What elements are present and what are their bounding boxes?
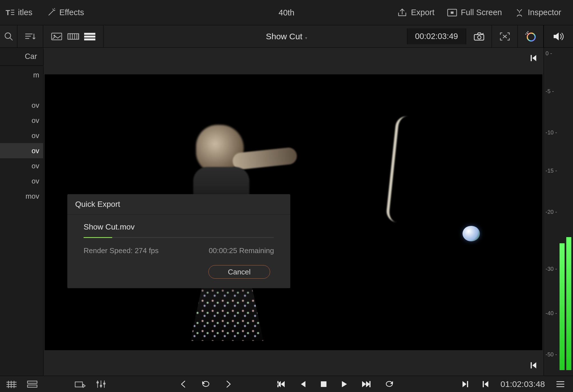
cancel-button[interactable]: Cancel xyxy=(208,265,270,279)
timecode-group: 00:02:03:49 xyxy=(407,25,544,48)
dropdown-icon: ▾ xyxy=(305,36,307,40)
svg-point-15 xyxy=(96,381,99,384)
view-mode-group xyxy=(43,25,103,48)
svg-rect-2 xyxy=(451,12,454,14)
camera-flip-icon xyxy=(473,32,485,41)
scale-tick: -40 - xyxy=(546,310,557,316)
go-last-icon[interactable] xyxy=(362,380,371,388)
viewer-timecode[interactable]: 00:02:03:49 xyxy=(407,28,466,44)
loop-play-icon[interactable] xyxy=(385,380,394,388)
list-item[interactable]: ov xyxy=(0,98,43,113)
list-item[interactable]: mov xyxy=(0,189,43,204)
thumbnail-view-icon[interactable] xyxy=(51,32,62,41)
video-content xyxy=(462,226,480,241)
speaker-icon xyxy=(553,31,564,42)
scale-tick: -5 - xyxy=(546,88,554,95)
list-item[interactable]: ov xyxy=(0,173,43,189)
fullscreen-button[interactable]: Full Screen xyxy=(441,8,508,17)
go-to-start-button[interactable] xyxy=(529,54,537,62)
time-remaining: 00:00:25 Remaining xyxy=(209,246,274,255)
track-view-icon[interactable] xyxy=(27,380,38,388)
list-item[interactable]: ov xyxy=(0,128,43,143)
meter-bar-right xyxy=(566,237,571,370)
titles-icon: T xyxy=(5,8,15,17)
video-content xyxy=(385,115,427,224)
bottom-timecode[interactable]: 01:02:03:48 xyxy=(501,379,545,389)
scale-tick: -50 - xyxy=(546,351,557,357)
go-to-start-button-2[interactable] xyxy=(529,361,537,370)
timeline-view-icon[interactable] xyxy=(6,380,17,388)
menu-icon[interactable] xyxy=(556,380,565,388)
go-first-icon[interactable] xyxy=(276,380,286,388)
transport-right: 01:02:03:48 xyxy=(461,379,573,389)
mute-button[interactable] xyxy=(544,25,573,48)
fullscreen-label: Full Screen xyxy=(461,8,502,17)
step-back-icon[interactable] xyxy=(299,380,307,388)
top-menu-left: T itles Effects xyxy=(0,8,89,17)
audio-meter-panel: 0 --5 --10 --15 --20 --30 --40 --50 - xyxy=(544,25,573,376)
list-item[interactable]: ov xyxy=(0,113,43,128)
svg-rect-18 xyxy=(321,381,326,387)
loop-icon[interactable] xyxy=(201,380,211,388)
list-item[interactable]: m xyxy=(0,67,43,82)
fullscreen-icon xyxy=(447,8,457,17)
svg-point-17 xyxy=(103,382,105,385)
stop-icon[interactable] xyxy=(320,380,327,388)
svg-rect-12 xyxy=(27,381,37,383)
sort-icon xyxy=(24,32,36,41)
list-item[interactable]: ov xyxy=(0,143,43,158)
list-view-icon[interactable] xyxy=(84,32,95,41)
color-enhance-button[interactable] xyxy=(518,25,544,48)
sliders-icon[interactable] xyxy=(96,380,106,389)
render-speed: Render Speed: 274 fps xyxy=(84,246,158,255)
play-icon[interactable] xyxy=(341,380,348,388)
search-icon xyxy=(4,32,13,41)
effects-button[interactable]: Effects xyxy=(42,8,89,17)
progress-fill xyxy=(84,237,112,238)
jump-next-icon[interactable] xyxy=(461,380,470,388)
toolbar: Show Cut ▾ 00:02:03:49 xyxy=(0,25,573,48)
viewer-clip-title[interactable]: Show Cut ▾ xyxy=(266,32,307,41)
export-label: Export xyxy=(411,8,434,17)
transport-controls xyxy=(179,380,394,388)
scale-tick: -15 - xyxy=(546,167,557,174)
svg-rect-14 xyxy=(75,382,82,387)
progress-bar xyxy=(84,237,274,238)
titles-label: itles xyxy=(18,8,33,17)
svg-text:T: T xyxy=(6,8,10,17)
prev-edit-icon[interactable] xyxy=(179,380,188,388)
svg-rect-9 xyxy=(84,38,95,40)
transport-bar: 01:02:03:48 xyxy=(0,376,573,392)
transport-left xyxy=(0,380,106,389)
next-edit-icon[interactable] xyxy=(224,380,233,388)
scale-tick: 0 - xyxy=(546,50,552,57)
safe-area-icon xyxy=(499,32,510,41)
scale-tick: -10 - xyxy=(546,129,557,136)
top-menu-bar: T itles Effects 40th Export Full Screen xyxy=(0,0,573,25)
svg-point-3 xyxy=(5,33,11,38)
titles-button[interactable]: T itles xyxy=(0,8,38,17)
wand-icon xyxy=(47,8,56,17)
top-menu-right: Export Full Screen Inspector xyxy=(391,8,573,17)
list-item[interactable] xyxy=(0,82,43,98)
export-button[interactable]: Export xyxy=(391,8,441,17)
sort-button[interactable] xyxy=(17,25,43,48)
search-button[interactable] xyxy=(0,25,17,48)
safe-area-button[interactable] xyxy=(492,25,518,48)
meter-bar-left xyxy=(560,243,565,370)
strip-view-icon[interactable] xyxy=(67,32,79,41)
effects-label: Effects xyxy=(59,8,84,17)
inspector-icon xyxy=(514,8,524,17)
list-item[interactable]: ov xyxy=(0,158,43,173)
inspector-button[interactable]: Inspector xyxy=(508,8,567,17)
media-panel-tabs[interactable]: Car xyxy=(0,48,43,66)
svg-rect-7 xyxy=(84,33,95,35)
svg-point-11 xyxy=(527,33,535,41)
jump-prev-icon[interactable] xyxy=(481,380,489,388)
media-panel: Car movovovovovovmov xyxy=(0,48,43,376)
camera-flip-button[interactable] xyxy=(466,25,492,48)
insert-icon[interactable] xyxy=(75,380,86,389)
svg-point-16 xyxy=(100,385,102,387)
export-filename: Show Cut.mov xyxy=(84,223,274,231)
svg-rect-8 xyxy=(84,36,95,38)
